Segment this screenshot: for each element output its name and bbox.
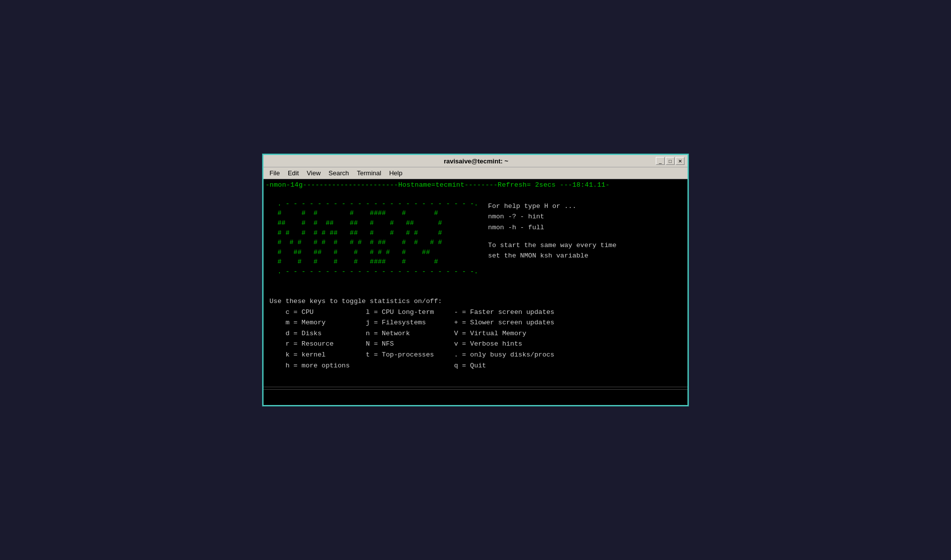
toggle-label: Use these keys to toggle statistics on/o…	[269, 298, 554, 369]
menu-view[interactable]: View	[303, 168, 324, 178]
keys-section: Use these keys to toggle statistics on/o…	[264, 280, 687, 384]
window-title: ravisaive@tecmint: ~	[296, 157, 656, 165]
title-bar: ravisaive@tecmint: ~ _ □ ✕	[264, 155, 687, 167]
logo-row5: # ## ## # # # # # # ##	[269, 248, 478, 257]
help-line6: set the NMON ksh variable	[488, 251, 682, 261]
logo-dots-bot: . - - - - - - - - - - - - - - - - - - - …	[269, 267, 478, 277]
logo-row2: ## # # ## ## # # ## #	[269, 218, 478, 228]
menu-help[interactable]: Help	[385, 168, 407, 178]
logo-row6: # # # # # #### # #	[269, 257, 478, 267]
logo-row4: # # # # # # # # # ## # # # #	[269, 238, 478, 248]
help-line1: For help type H or ...	[488, 201, 682, 212]
bottom-bar	[264, 389, 687, 405]
logo-row1: # # # # #### # #	[269, 208, 478, 218]
logo-row3: # # # # # ## ## # # # # #	[269, 228, 478, 238]
terminal-window: ravisaive@tecmint: ~ _ □ ✕ File Edit Vie…	[263, 154, 688, 406]
maximize-button[interactable]: □	[666, 157, 675, 165]
logo-dots-top: . - - - - - - - - - - - - - - - - - - - …	[269, 199, 478, 209]
window-controls: _ □ ✕	[656, 157, 685, 165]
close-button[interactable]: ✕	[676, 157, 685, 165]
nmon-logo: . - - - - - - - - - - - - - - - - - - - …	[269, 199, 478, 277]
content-area: . - - - - - - - - - - - - - - - - - - - …	[264, 195, 687, 281]
nmon-header: -nmon-14g-----------------------Hostname…	[264, 179, 687, 191]
menu-bar: File Edit View Search Terminal Help	[264, 167, 687, 179]
menu-terminal[interactable]: Terminal	[353, 168, 385, 178]
menu-edit[interactable]: Edit	[284, 168, 303, 178]
help-section: For help type H or ... nmon -? - hint nm…	[488, 199, 682, 277]
minimize-button[interactable]: _	[656, 157, 665, 165]
help-line3: nmon -h - full	[488, 222, 682, 233]
terminal-body[interactable]: -nmon-14g-----------------------Hostname…	[264, 179, 687, 405]
help-line2: nmon -? - hint	[488, 211, 682, 222]
menu-search[interactable]: Search	[324, 168, 353, 178]
help-line5: To start the same way every time	[488, 240, 682, 251]
menu-file[interactable]: File	[265, 168, 284, 178]
